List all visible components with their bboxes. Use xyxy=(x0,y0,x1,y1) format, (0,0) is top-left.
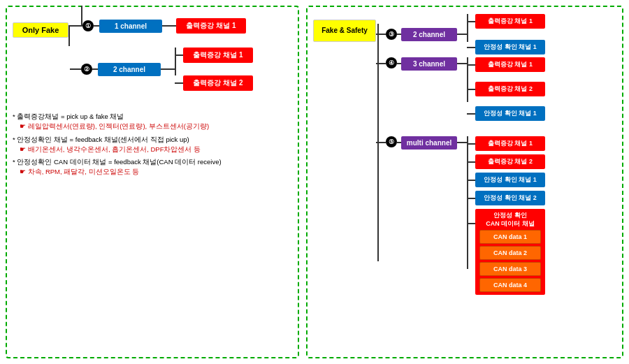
note-3-main: * 안정성확인 CAN 데이터 채널 = feedback 채널(CAN 데이터… xyxy=(13,157,292,167)
output-5-2: 출력증강 채널 2 xyxy=(475,154,545,169)
notes-section: * 출력증강채널 = pick up & fake 채널 ☛ 레일압력센서(연료… xyxy=(13,112,292,180)
right-panel: Fake & Safety ③ 2 channel xyxy=(306,6,623,358)
output-4-3: 안정성 확인 채널 1 xyxy=(475,106,545,121)
can-data-2: CAN data 2 xyxy=(479,246,541,260)
note-3-sub: ☛ 차속, RPM, 패달각, 미션오일온도 등 xyxy=(20,167,292,177)
note-1-main: * 출력증강채널 = pick up & fake 채널 xyxy=(13,112,292,122)
note-2-sub: ☛ 배기온센서, 냉각수온센서, 흡기온센서, DPF차압센서 등 xyxy=(20,145,292,154)
can-data-header: 안정성 확인CAN 데이터 채널 xyxy=(479,212,541,228)
only-fake-label: Only Fake xyxy=(13,22,68,38)
channel-5: multi channel xyxy=(401,136,457,150)
output-5-1: 출력증강 채널 1 xyxy=(475,136,545,151)
badge-2: ② xyxy=(81,64,92,75)
channel-4: 3 channel xyxy=(401,57,457,71)
output-5-4: 안정성 확인 채널 2 xyxy=(475,191,545,205)
output-1-1: 출력증강 채널 1 xyxy=(176,18,246,34)
output-2-2: 출력증강 채널 2 xyxy=(183,75,253,91)
output-4-1: 출력증강 채널 1 xyxy=(475,57,545,72)
channel-1: 1 channel xyxy=(99,20,162,33)
output-3-2: 안정성 확인 채널 1 xyxy=(475,40,545,54)
channel-3: 2 channel xyxy=(401,28,457,41)
output-4-2: 출력증강 채널 2 xyxy=(475,82,545,96)
output-3-1: 출력증강 채널 1 xyxy=(475,14,545,29)
badge-3: ③ xyxy=(386,29,397,40)
fake-safety-label: Fake & Safety xyxy=(313,20,376,42)
badge-1: ① xyxy=(82,20,94,31)
note-1-sub: ☛ 레일압력센서(연료량), 인젝터(연료량), 부스트센서(공기량) xyxy=(20,122,292,131)
channel-2: 2 channel xyxy=(98,63,161,76)
badge-4: ④ xyxy=(386,57,397,68)
output-5-3: 안정성 확인 채널 1 xyxy=(475,173,545,187)
badge-5: ⑤ xyxy=(386,136,397,147)
note-2-main: * 안정성확인 채널 = feedback 채널(센서에서 직접 pick up… xyxy=(13,135,292,145)
left-panel: Only Fake xyxy=(6,6,299,358)
can-data-3: CAN data 3 xyxy=(479,262,541,276)
main-container: Only Fake xyxy=(0,0,629,364)
can-data-4: CAN data 4 xyxy=(479,278,541,292)
can-data-1: CAN data 1 xyxy=(479,230,541,244)
output-2-1: 출력증강 채널 1 xyxy=(183,48,253,63)
